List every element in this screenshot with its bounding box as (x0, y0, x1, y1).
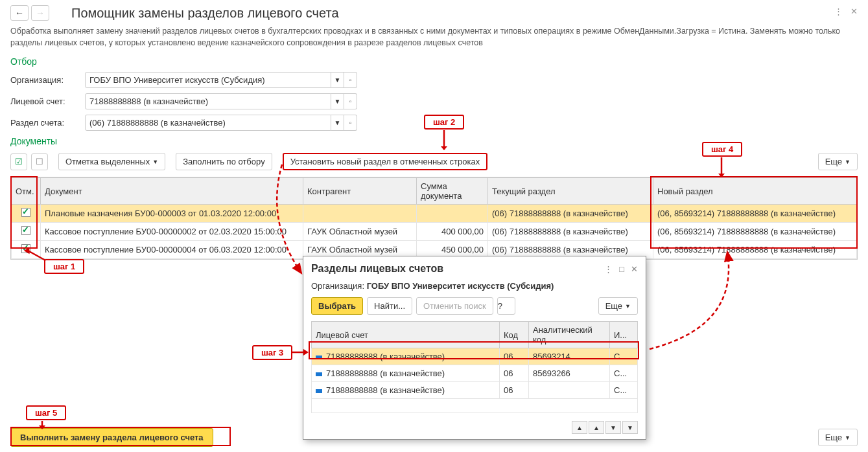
nav-last-icon[interactable]: ▼ (622, 421, 638, 434)
col-cur[interactable]: Текущий раздел (488, 178, 653, 205)
nav-forward-button[interactable]: → (31, 5, 49, 21)
org-label: Организация: (10, 75, 85, 85)
col-new[interactable]: Новый раздел (653, 178, 857, 205)
popup-find-button[interactable]: Найти... (367, 297, 412, 315)
nav-first-icon[interactable]: ▲ (572, 421, 587, 434)
execute-replace-button[interactable]: Выполнить замену раздела лицевого счета (10, 428, 213, 447)
popup-col-acode[interactable]: Аналитический код (529, 322, 610, 348)
page-description: Обработка выполняет замену значений разд… (0, 26, 868, 54)
filter-section-title: Отбор (0, 54, 868, 69)
popup-title: Разделы лицевых счетов (311, 263, 604, 275)
row-checkbox[interactable] (21, 226, 30, 235)
org-open-button[interactable]: ▫ (344, 72, 357, 88)
table-row[interactable]: Кассовое поступление БУ00-00000002 от 02… (12, 223, 857, 241)
uncheck-all-button[interactable]: ☐ (31, 153, 48, 170)
bottom-more-button[interactable]: Еще▼ (818, 429, 858, 446)
popup-kebab-icon[interactable]: ⋮ (604, 264, 613, 274)
org-dropdown-button[interactable]: ▼ (331, 72, 344, 88)
set-new-section-button[interactable]: Установить новый раздел в отмеченных стр… (283, 153, 488, 170)
popup-select-button[interactable]: Выбрать (311, 297, 363, 315)
documents-table: Отм. Документ Контрагент Сумма документа… (10, 177, 858, 260)
docs-more-button[interactable]: Еще▼ (818, 153, 858, 170)
step3-callout: шаг 3 (252, 345, 292, 360)
account-dropdown-button[interactable]: ▼ (331, 93, 344, 109)
popup-row[interactable]: 71888888888 (в казначействе) 06 85693266… (312, 365, 638, 382)
row-icon (316, 356, 322, 359)
popup-org-label: Организация: (311, 281, 364, 291)
nav-up-icon[interactable]: ▲ (589, 421, 604, 434)
row-icon (316, 372, 322, 376)
table-row[interactable]: Плановые назначения БУ00-000003 от 01.03… (12, 205, 857, 223)
sections-popup: Разделы лицевых счетов ⋮ □ ✕ Организация… (303, 256, 646, 440)
col-contr[interactable]: Контрагент (303, 178, 417, 205)
row-checkbox[interactable] (21, 244, 30, 253)
popup-maximize-icon[interactable]: □ (619, 264, 624, 274)
section-dropdown-button[interactable]: ▼ (331, 115, 344, 131)
row-checkbox[interactable] (21, 208, 30, 217)
popup-row[interactable] (312, 399, 638, 413)
nav-back-button[interactable]: ← (10, 5, 29, 21)
section-open-button[interactable]: ▫ (344, 115, 357, 131)
popup-cancel-search-button[interactable]: Отменить поиск (416, 297, 493, 315)
page-title: Помощник замены разделов лицевого счета (71, 6, 339, 21)
close-icon[interactable]: ✕ (850, 6, 858, 16)
arrow-step3-to-step4 (648, 249, 752, 352)
account-input[interactable]: 71888888888 (в казначействе) (85, 93, 331, 109)
popup-more-button[interactable]: Еще▼ (598, 297, 638, 315)
col-doc[interactable]: Документ (41, 178, 303, 205)
popup-col-account[interactable]: Лицевой счет (312, 322, 500, 348)
popup-row[interactable]: 71888888888 (в казначействе) 06 85693214… (312, 348, 638, 365)
fill-by-filter-button[interactable]: Заполнить по отбору (176, 153, 272, 170)
popup-col-code[interactable]: Код (500, 322, 529, 348)
account-open-button[interactable]: ▫ (344, 93, 357, 109)
popup-col-iff[interactable]: И... (610, 322, 638, 348)
popup-help-button[interactable]: ? (497, 297, 515, 315)
check-all-button[interactable]: ☑ (10, 153, 27, 170)
kebab-icon[interactable]: ⋮ (834, 6, 843, 16)
row-icon (316, 389, 322, 393)
org-input[interactable]: ГОБУ ВПО Университет искусств (Субсидия) (85, 72, 331, 88)
col-mark[interactable]: Отм. (12, 178, 41, 205)
popup-row[interactable]: 71888888888 (в казначействе) 06 С... (312, 382, 638, 399)
step2-callout: шаг 2 (424, 115, 464, 130)
popup-table: Лицевой счет Код Аналитический код И... … (311, 321, 638, 413)
popup-org-value: ГОБУ ВПО Университет искусств (Субсидия) (367, 281, 554, 291)
step4-callout: шаг 4 (702, 142, 742, 157)
step1-callout: шаг 1 (44, 259, 84, 274)
section-label: Раздел счета: (10, 118, 85, 128)
section-input[interactable]: (06) 71888888888 (в казначействе) (85, 115, 331, 131)
nav-down-icon[interactable]: ▼ (605, 421, 621, 434)
account-label: Лицевой счет: (10, 96, 85, 106)
popup-close-icon[interactable]: ✕ (631, 264, 638, 274)
step5-callout: шаг 5 (26, 405, 66, 420)
mark-selected-button[interactable]: Отметка выделенных▼ (58, 153, 165, 170)
col-sum[interactable]: Сумма документа (417, 178, 488, 205)
